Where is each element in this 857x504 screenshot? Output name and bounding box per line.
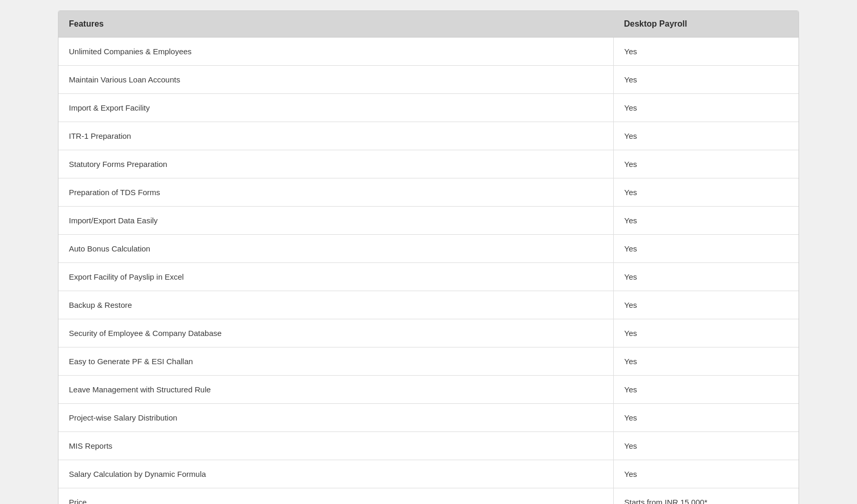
feature-cell: Import & Export Facility: [58, 94, 614, 122]
feature-cell: Preparation of TDS Forms: [58, 178, 614, 207]
table-row: Export Facility of Payslip in ExcelYes: [58, 263, 799, 291]
table-row: Leave Management with Structured RuleYes: [58, 376, 799, 404]
value-cell: Yes: [614, 122, 799, 150]
table-row: Backup & RestoreYes: [58, 291, 799, 319]
value-cell: Yes: [614, 460, 799, 488]
value-cell: Yes: [614, 263, 799, 291]
value-cell: Yes: [614, 207, 799, 235]
table-row: Preparation of TDS FormsYes: [58, 178, 799, 207]
feature-cell: Maintain Various Loan Accounts: [58, 66, 614, 94]
table-row: Security of Employee & Company DatabaseY…: [58, 319, 799, 347]
table-header-row: Features Desktop Payroll: [58, 11, 799, 38]
feature-cell: Backup & Restore: [58, 291, 614, 319]
feature-cell: Project-wise Salary Distribution: [58, 404, 614, 432]
table-row: Statutory Forms PreparationYes: [58, 150, 799, 178]
features-column-header: Features: [58, 11, 614, 38]
value-cell: Yes: [614, 38, 799, 66]
value-cell: Yes: [614, 178, 799, 207]
value-cell: Yes: [614, 432, 799, 460]
table-row: ITR-1 PreparationYes: [58, 122, 799, 150]
table-row: MIS ReportsYes: [58, 432, 799, 460]
feature-cell: Leave Management with Structured Rule: [58, 376, 614, 404]
value-cell: Starts from INR 15,000*: [614, 488, 799, 505]
table-row: Salary Calculation by Dynamic FormulaYes: [58, 460, 799, 488]
feature-cell: Salary Calculation by Dynamic Formula: [58, 460, 614, 488]
features-table: Features Desktop Payroll Unlimited Compa…: [58, 11, 799, 504]
value-cell: Yes: [614, 235, 799, 263]
feature-cell: Auto Bonus Calculation: [58, 235, 614, 263]
feature-cell: Security of Employee & Company Database: [58, 319, 614, 347]
feature-cell: Import/Export Data Easily: [58, 207, 614, 235]
value-cell: Yes: [614, 376, 799, 404]
table-row: Import/Export Data EasilyYes: [58, 207, 799, 235]
table-row: Auto Bonus CalculationYes: [58, 235, 799, 263]
table-row: Project-wise Salary DistributionYes: [58, 404, 799, 432]
desktop-payroll-column-header: Desktop Payroll: [614, 11, 799, 38]
table-row: PriceStarts from INR 15,000*: [58, 488, 799, 505]
value-cell: Yes: [614, 319, 799, 347]
feature-cell: Unlimited Companies & Employees: [58, 38, 614, 66]
table-row: Easy to Generate PF & ESI ChallanYes: [58, 347, 799, 376]
feature-cell: MIS Reports: [58, 432, 614, 460]
features-table-container: Features Desktop Payroll Unlimited Compa…: [58, 10, 799, 504]
value-cell: Yes: [614, 291, 799, 319]
value-cell: Yes: [614, 347, 799, 376]
table-row: Import & Export FacilityYes: [58, 94, 799, 122]
value-cell: Yes: [614, 150, 799, 178]
feature-cell: Price: [58, 488, 614, 505]
feature-cell: Statutory Forms Preparation: [58, 150, 614, 178]
table-row: Maintain Various Loan AccountsYes: [58, 66, 799, 94]
feature-cell: Easy to Generate PF & ESI Challan: [58, 347, 614, 376]
value-cell: Yes: [614, 66, 799, 94]
value-cell: Yes: [614, 94, 799, 122]
value-cell: Yes: [614, 404, 799, 432]
table-row: Unlimited Companies & EmployeesYes: [58, 38, 799, 66]
feature-cell: ITR-1 Preparation: [58, 122, 614, 150]
feature-cell: Export Facility of Payslip in Excel: [58, 263, 614, 291]
